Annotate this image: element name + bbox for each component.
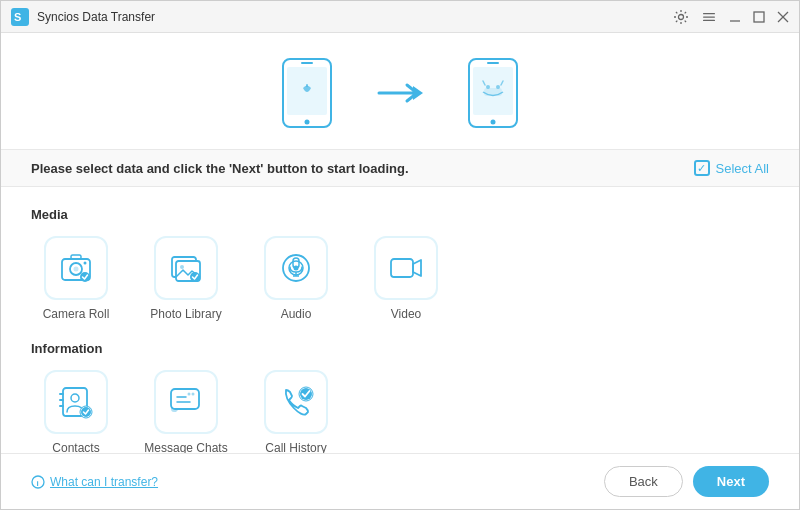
svg-marker-15 [413, 86, 423, 100]
svg-rect-4 [703, 16, 715, 17]
contacts-label: Contacts [52, 441, 99, 453]
svg-point-46 [81, 407, 91, 417]
action-buttons: Back Next [604, 466, 769, 497]
call-history-icon-wrap [264, 370, 328, 434]
main-content: Please select data and click the 'Next' … [1, 33, 799, 509]
svg-rect-39 [391, 259, 413, 277]
select-all-checkbox[interactable]: ✓ [694, 160, 710, 176]
svg-rect-19 [487, 62, 499, 64]
source-phone [279, 57, 335, 129]
bottom-bar: i What can I transfer? Back Next [1, 453, 799, 509]
media-items-grid: Camera Roll [31, 236, 769, 321]
contacts-icon-wrap [44, 370, 108, 434]
message-chats-icon [168, 384, 204, 420]
window-controls [673, 9, 789, 25]
video-icon-wrap [374, 236, 438, 300]
camera-roll-icon [58, 250, 94, 286]
video-item[interactable]: Video [361, 236, 451, 321]
camera-roll-label: Camera Roll [43, 307, 110, 321]
photo-library-label: Photo Library [150, 307, 221, 321]
information-items-grid: Contacts Message Chats [31, 370, 769, 453]
svg-text:i: i [37, 479, 39, 488]
titlebar: S Syncios Data Transfer [1, 1, 799, 33]
call-history-item[interactable]: Call History [251, 370, 341, 453]
svg-point-51 [192, 393, 195, 396]
close-icon[interactable] [777, 11, 789, 23]
transfer-arrow [375, 78, 425, 108]
svg-point-25 [74, 267, 79, 272]
call-history-icon [278, 384, 314, 420]
settings-icon[interactable] [673, 9, 689, 25]
info-icon: i [31, 475, 45, 489]
svg-rect-13 [301, 62, 313, 64]
photo-library-item[interactable]: Photo Library [141, 236, 231, 321]
maximize-icon[interactable] [753, 11, 765, 23]
svg-point-27 [84, 262, 87, 265]
message-chats-icon-wrap [154, 370, 218, 434]
svg-rect-26 [71, 255, 81, 259]
svg-point-50 [188, 393, 191, 396]
contacts-item[interactable]: Contacts [31, 370, 121, 453]
target-phone [465, 57, 521, 129]
svg-point-28 [80, 272, 90, 282]
svg-point-12 [305, 120, 310, 125]
svg-rect-5 [703, 19, 715, 20]
instruction-text: Please select data and click the 'Next' … [31, 161, 409, 176]
video-icon [388, 250, 424, 286]
camera-roll-item[interactable]: Camera Roll [31, 236, 121, 321]
media-section-title: Media [31, 207, 769, 222]
instruction-bar: Please select data and click the 'Next' … [1, 149, 799, 187]
svg-rect-7 [754, 12, 764, 22]
back-button[interactable]: Back [604, 466, 683, 497]
select-all-button[interactable]: ✓ Select All [694, 160, 769, 176]
svg-point-18 [491, 120, 496, 125]
svg-point-32 [190, 272, 200, 282]
camera-roll-icon-wrap [44, 236, 108, 300]
svg-rect-3 [703, 13, 715, 14]
svg-point-2 [679, 14, 684, 19]
data-area: Media [1, 187, 799, 453]
svg-point-31 [180, 265, 184, 269]
transfer-header [1, 33, 799, 149]
svg-rect-47 [171, 389, 199, 409]
call-history-label: Call History [265, 441, 326, 453]
audio-icon-wrap [264, 236, 328, 300]
select-all-label: Select All [716, 161, 769, 176]
minimize-icon[interactable] [729, 11, 741, 23]
app-title: Syncios Data Transfer [37, 10, 673, 24]
audio-icon [278, 250, 314, 286]
svg-text:S: S [14, 11, 21, 23]
contacts-icon [58, 384, 94, 420]
media-section: Media [31, 207, 769, 321]
audio-label: Audio [281, 307, 312, 321]
audio-item[interactable]: Audio [251, 236, 341, 321]
video-label: Video [391, 307, 421, 321]
help-text: What can I transfer? [50, 475, 158, 489]
svg-point-41 [71, 394, 79, 402]
svg-rect-14 [306, 84, 308, 87]
app-logo: S [11, 8, 29, 26]
photo-library-icon [168, 250, 204, 286]
photo-library-icon-wrap [154, 236, 218, 300]
message-chats-item[interactable]: Message Chats [141, 370, 231, 453]
message-chats-label: Message Chats [144, 441, 227, 453]
information-section: Information [31, 341, 769, 453]
menu-icon[interactable] [701, 9, 717, 25]
help-link[interactable]: i What can I transfer? [31, 475, 158, 489]
next-button[interactable]: Next [693, 466, 769, 497]
svg-rect-22 [484, 88, 502, 96]
information-section-title: Information [31, 341, 769, 356]
